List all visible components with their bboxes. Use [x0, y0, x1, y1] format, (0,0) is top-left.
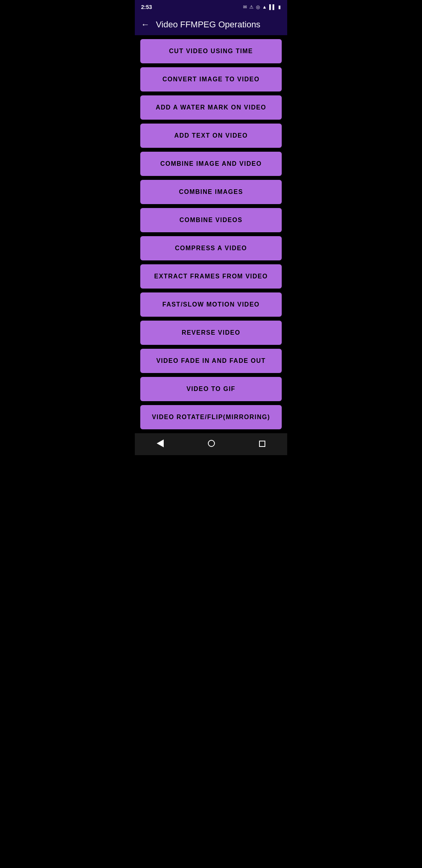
- back-triangle-icon: [157, 439, 164, 447]
- video-to-gif-button[interactable]: VIDEO TO GIF: [140, 377, 282, 401]
- home-circle-icon: [208, 440, 215, 447]
- nav-recent-button[interactable]: [251, 438, 273, 450]
- rotate-flip-button[interactable]: VIDEO ROTATE/FLIP(MIRRORING): [140, 405, 282, 429]
- fade-in-out-button[interactable]: VIDEO FADE IN AND FADE OUT: [140, 349, 282, 373]
- nav-home-button[interactable]: [200, 438, 223, 450]
- header: ← Video FFMPEG Operations: [135, 14, 287, 35]
- back-button[interactable]: ←: [141, 20, 150, 30]
- page-title: Video FFMPEG Operations: [156, 20, 260, 30]
- navigation-bar: [135, 433, 287, 455]
- fast-slow-motion-button[interactable]: FAST/SLOW MOTION VIDEO: [140, 292, 282, 317]
- extract-frames-button[interactable]: EXTRACT FRAMES FROM VIDEO: [140, 264, 282, 289]
- combine-images-button[interactable]: COMBINE IMAGES: [140, 180, 282, 204]
- reverse-video-button[interactable]: REVERSE VIDEO: [140, 321, 282, 345]
- status-time: 2:53: [141, 4, 152, 10]
- status-bar: 2:53 ✉ ⚠ ◎ ▲ ▌▌ ▮: [135, 0, 287, 14]
- watermark-button[interactable]: ADD A WATER MARK ON VIDEO: [140, 95, 282, 120]
- combine-videos-button[interactable]: COMBINE VIDEOS: [140, 208, 282, 232]
- alert-icon: ⚠: [249, 4, 254, 10]
- combine-image-video-button[interactable]: COMBINE IMAGE AND VIDEO: [140, 152, 282, 176]
- cast-icon: ◎: [256, 4, 260, 10]
- message-icon: ✉: [243, 4, 247, 10]
- status-icons: ✉ ⚠ ◎ ▲ ▌▌ ▮: [243, 4, 281, 10]
- recent-square-icon: [259, 441, 265, 447]
- battery-icon: ▮: [278, 4, 281, 10]
- cut-video-button[interactable]: CUT VIDEO USING TIME: [140, 39, 282, 63]
- operations-list: CUT VIDEO USING TIMECONVERT IMAGE TO VID…: [135, 35, 287, 433]
- add-text-button[interactable]: ADD TEXT ON VIDEO: [140, 124, 282, 148]
- convert-image-video-button[interactable]: CONVERT IMAGE TO VIDEO: [140, 67, 282, 91]
- wifi-icon: ▲: [262, 4, 267, 10]
- compress-video-button[interactable]: COMPRESS A VIDEO: [140, 236, 282, 260]
- nav-back-button[interactable]: [149, 438, 172, 451]
- signal-icon: ▌▌: [269, 4, 276, 10]
